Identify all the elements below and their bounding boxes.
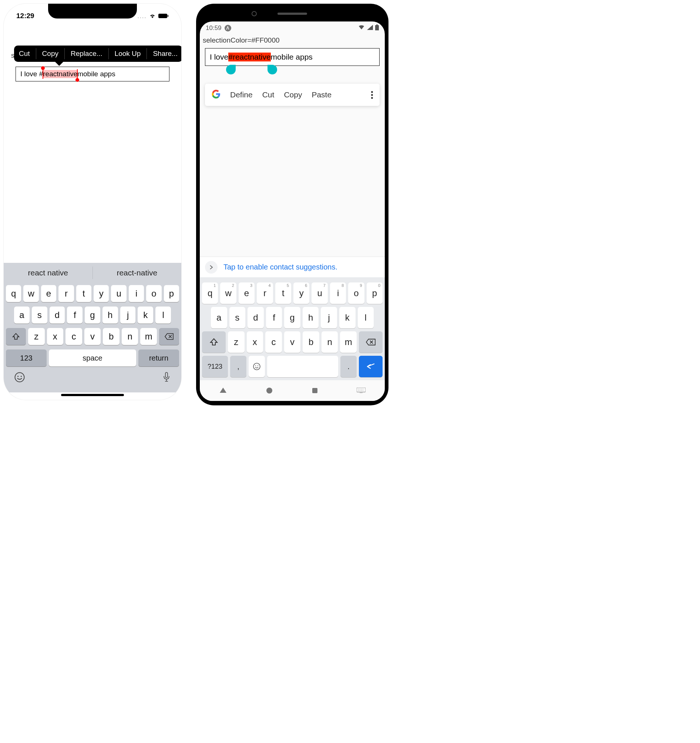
kb-row-2: a s d f g h j k l xyxy=(4,304,181,326)
key-m[interactable]: m xyxy=(140,328,157,345)
symbols-key[interactable]: ?123 xyxy=(202,356,228,377)
emoji-key[interactable] xyxy=(249,356,265,377)
selection-handle-right[interactable] xyxy=(77,69,78,79)
suggestion-2[interactable]: react-native xyxy=(93,263,182,283)
key-n[interactable]: n xyxy=(322,332,338,353)
key-p[interactable]: p0 xyxy=(367,283,382,304)
key-w[interactable]: w2 xyxy=(220,283,236,304)
nav-home[interactable] xyxy=(266,387,273,394)
enter-key[interactable] xyxy=(359,356,382,377)
return-key[interactable]: return xyxy=(138,349,179,367)
selection-handle-left[interactable] xyxy=(226,65,236,74)
key-k[interactable]: k xyxy=(339,307,356,329)
key-j[interactable]: j xyxy=(321,307,337,329)
key-r[interactable]: r xyxy=(58,285,74,302)
svg-point-9 xyxy=(255,366,256,366)
key-s[interactable]: s xyxy=(32,306,47,324)
key-s[interactable]: s xyxy=(229,307,246,329)
key-k[interactable]: k xyxy=(137,306,153,324)
key-e[interactable]: e3 xyxy=(239,283,254,304)
key-g[interactable]: g xyxy=(284,307,300,329)
key-i[interactable]: i8 xyxy=(330,283,346,304)
key-f[interactable]: f xyxy=(266,307,282,329)
key-l[interactable]: l xyxy=(155,306,171,324)
key-y[interactable]: y xyxy=(94,285,109,302)
dictation-key[interactable] xyxy=(162,372,171,384)
suggestion-hint[interactable]: Tap to enable contact suggestions. xyxy=(200,256,385,277)
key-t[interactable]: t xyxy=(76,285,92,302)
keyboard-switch-icon[interactable] xyxy=(357,388,366,394)
key-x[interactable]: x xyxy=(47,328,64,345)
key-b[interactable]: b xyxy=(303,332,319,353)
shift-key[interactable] xyxy=(6,328,26,345)
key-l[interactable]: l xyxy=(358,307,374,329)
input-selection[interactable]: #reactnative xyxy=(228,53,270,61)
android-nav-bar xyxy=(200,380,385,401)
key-z[interactable]: z xyxy=(228,332,245,353)
menu-cut[interactable]: Cut xyxy=(15,50,34,58)
key-q[interactable]: q xyxy=(6,285,21,302)
key-b[interactable]: b xyxy=(103,328,120,345)
key-r[interactable]: r4 xyxy=(257,283,273,304)
key-e[interactable]: e xyxy=(41,285,56,302)
key-v[interactable]: v xyxy=(84,328,101,345)
space-key[interactable]: space xyxy=(49,349,136,367)
key-z[interactable]: z xyxy=(28,328,45,345)
menu-more-icon[interactable] xyxy=(371,91,373,99)
key-n[interactable]: n xyxy=(122,328,138,345)
backspace-key[interactable] xyxy=(359,332,382,353)
key-h[interactable]: h xyxy=(303,307,319,329)
svg-point-8 xyxy=(253,363,260,370)
key-p[interactable]: p xyxy=(164,285,179,302)
key-f[interactable]: f xyxy=(67,306,83,324)
key-w[interactable]: w xyxy=(23,285,38,302)
key-o[interactable]: o xyxy=(146,285,161,302)
key-u[interactable]: u7 xyxy=(312,283,328,304)
menu-define[interactable]: Define xyxy=(230,90,253,99)
key-m[interactable]: m xyxy=(340,332,357,353)
menu-lookup[interactable]: Look Up xyxy=(111,50,145,58)
nav-back[interactable] xyxy=(219,386,227,395)
key-c[interactable]: c xyxy=(65,328,82,345)
input-selection[interactable]: reactnative xyxy=(43,70,77,78)
menu-replace[interactable]: Replace... xyxy=(67,50,106,58)
key-t[interactable]: t5 xyxy=(275,283,291,304)
menu-copy[interactable]: Copy xyxy=(38,50,62,58)
nav-recent[interactable] xyxy=(312,387,318,394)
menu-cut[interactable]: Cut xyxy=(262,90,275,99)
key-d[interactable]: d xyxy=(50,306,65,324)
android-speaker xyxy=(278,13,307,15)
key-a[interactable]: a xyxy=(14,306,30,324)
key-h[interactable]: h xyxy=(102,306,118,324)
key-q[interactable]: q1 xyxy=(202,283,218,304)
emoji-key[interactable] xyxy=(14,372,25,384)
period-key[interactable]: . xyxy=(340,356,357,377)
selection-handle-right[interactable] xyxy=(267,65,277,74)
ios-home-indicator[interactable] xyxy=(61,394,124,396)
ios-context-menu: Cut Copy Replace... Look Up Share... xyxy=(14,46,181,62)
backspace-key[interactable] xyxy=(159,328,179,345)
numbers-key[interactable]: 123 xyxy=(6,349,47,367)
ios-text-input[interactable]: I love #reactnative mobile apps xyxy=(16,67,170,81)
key-j[interactable]: j xyxy=(120,306,136,324)
key-u[interactable]: u xyxy=(111,285,126,302)
key-x[interactable]: x xyxy=(247,332,263,353)
key-d[interactable]: d xyxy=(248,307,264,329)
menu-share[interactable]: Share... xyxy=(149,50,181,58)
key-i[interactable]: i xyxy=(129,285,144,302)
key-g[interactable]: g xyxy=(85,306,100,324)
suggestion-1[interactable]: react native xyxy=(4,263,93,283)
selection-handle-left[interactable] xyxy=(43,69,43,79)
android-text-input[interactable]: I love #reactnative mobile apps xyxy=(205,48,380,66)
comma-key[interactable]: , xyxy=(230,356,247,377)
key-v[interactable]: v xyxy=(284,332,301,353)
space-key[interactable] xyxy=(267,356,338,377)
key-a[interactable]: a xyxy=(211,307,227,329)
shift-key[interactable] xyxy=(202,332,226,353)
key-c[interactable]: c xyxy=(265,332,282,353)
menu-copy[interactable]: Copy xyxy=(284,90,302,99)
key-o[interactable]: o9 xyxy=(348,283,364,304)
menu-paste[interactable]: Paste xyxy=(312,90,331,99)
key-y[interactable]: y6 xyxy=(293,283,309,304)
chevron-right-icon[interactable] xyxy=(205,261,217,274)
